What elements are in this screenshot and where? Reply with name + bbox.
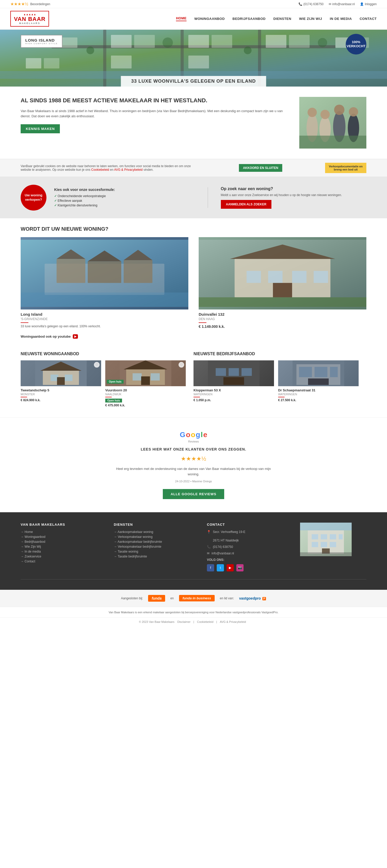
footer-link-in-de-media[interactable]: In de media bbox=[21, 550, 103, 553]
footer-link-woningaanbod[interactable]: Woningaanbod bbox=[21, 535, 103, 538]
nav-contact[interactable]: CONTACT bbox=[360, 17, 377, 21]
yellow-banner[interactable]: Verkoopdocumentatie en breng een bod uit bbox=[325, 163, 366, 173]
heart-icon-2[interactable]: ♡ bbox=[179, 362, 184, 368]
bedrijf-2-location: WATERINGEN bbox=[278, 393, 359, 396]
svg-rect-37 bbox=[57, 259, 85, 283]
footer-link-taxatie-woning[interactable]: Taxatie woning bbox=[114, 550, 197, 553]
formula-list: Onderscheidende verkoopstrategie Effecti… bbox=[54, 194, 200, 208]
footer-disclaimer: Van Baar Makelaars is een erkend makelaa… bbox=[0, 607, 387, 617]
footer-email[interactable]: ✉ info@vanbaar.nl bbox=[207, 552, 290, 556]
svg-rect-68 bbox=[228, 368, 239, 376]
svg-rect-81 bbox=[330, 534, 336, 539]
all-reviews-button[interactable]: ALLE GOOGLE REVIEWS bbox=[163, 489, 224, 499]
woning-card-2-image[interactable]: ♡ Open huis bbox=[105, 361, 186, 386]
svg-rect-11 bbox=[134, 35, 155, 48]
listing-image-2[interactable] bbox=[199, 237, 366, 309]
youtube-icon[interactable]: ▶ bbox=[73, 334, 78, 339]
footer-link-home[interactable]: Home bbox=[21, 530, 103, 534]
listing-2-divider bbox=[199, 322, 206, 323]
review-author: Maxime Onings bbox=[192, 480, 212, 483]
formula-item-3: Klantgerichte dienstverlening bbox=[54, 203, 200, 208]
google-logo: G o o g l e bbox=[21, 431, 366, 439]
bedrijf-card-2-image[interactable] bbox=[278, 361, 359, 386]
footer-link-wie-zijn-wij[interactable]: Wie Zijn Wij bbox=[21, 545, 103, 549]
nav-woningaanbod[interactable]: WONINGAANBOD bbox=[194, 17, 225, 21]
instagram-icon[interactable]: 📷 bbox=[236, 564, 244, 571]
login-item[interactable]: 👤 Inloggen bbox=[360, 2, 377, 6]
hero-section: LONG ISLAND HIGH COMFORT STYLE 100% VERK… bbox=[0, 30, 387, 87]
footer-link-contact[interactable]: Contact bbox=[21, 560, 103, 563]
vertical-divider bbox=[208, 187, 208, 208]
phone-item[interactable]: 📞 (0174) 638750 bbox=[298, 2, 323, 6]
twitter-icon[interactable]: t bbox=[217, 564, 224, 571]
email-address: info@vanbaar.nl bbox=[332, 2, 355, 6]
cookie-accept-button[interactable]: AKKOORD EN SLUITEN bbox=[239, 164, 283, 172]
funda-business-logo[interactable]: funda in business bbox=[179, 595, 215, 601]
footer-link-aankoopmakelaar-woning[interactable]: Aankoopmakelaar woning bbox=[114, 530, 197, 534]
g-red2: e bbox=[203, 431, 207, 439]
rating-label[interactable]: Beoordelingen bbox=[30, 2, 50, 6]
footer-link-bedrijfsaanbod[interactable]: Bedrijfsaanbod bbox=[21, 540, 103, 544]
footer-grid: VAN BAAR MAKELAARS Home Woningaanbod Bed… bbox=[21, 523, 366, 571]
listing-image-1[interactable] bbox=[21, 237, 188, 309]
bedrijf-aanbod-heading: NIEUWSTE BEDRIJFSAANBOD bbox=[194, 351, 359, 356]
svg-point-29 bbox=[320, 110, 330, 119]
heart-icon-1[interactable]: ♡ bbox=[94, 362, 100, 368]
bedrijf-card-1-image[interactable] bbox=[194, 361, 274, 386]
nav-home[interactable]: HOME bbox=[176, 16, 186, 21]
svg-rect-49 bbox=[292, 271, 307, 283]
office-photo bbox=[300, 523, 352, 556]
cookie-text: VanBaar gebruikt cookies om de website n… bbox=[21, 164, 201, 172]
cookiebeleid-link[interactable]: Cookiebeleid bbox=[91, 168, 109, 172]
svg-point-21 bbox=[163, 37, 173, 48]
nav-diensten[interactable]: DIENSTEN bbox=[273, 17, 291, 21]
bedrijf-2-title: Dr Schaepmanstraat 31 bbox=[278, 388, 359, 392]
about-heading: AL SINDS 1988 DE MEEST ACTIEVE MAKELAAR … bbox=[21, 97, 289, 104]
woning-card-1-image[interactable]: ♡ bbox=[21, 361, 101, 386]
svg-rect-88 bbox=[300, 552, 352, 556]
footer-link-aankoopmakelaar-bedrijfsruimte[interactable]: Aankoopmakelaar bedrijfsruimte bbox=[114, 540, 197, 544]
cookiebeleid-footer-link[interactable]: Cookiebeleid bbox=[197, 620, 214, 623]
svg-rect-51 bbox=[273, 283, 292, 297]
aanmelden-button[interactable]: AANMELDEN ALS ZOEKER bbox=[221, 200, 272, 209]
sell-formula: Kies ook voor onze succesformule: Onders… bbox=[54, 188, 200, 208]
footer-phone[interactable]: 📞 (0174) 638750 bbox=[207, 545, 290, 550]
bedrijf-aanbod-col: NIEUWSTE BEDRIJFSAANBOD bbox=[194, 351, 366, 407]
email-footer-icon: ✉ bbox=[207, 552, 210, 555]
svg-point-20 bbox=[86, 46, 94, 54]
footer-link-zoekservice[interactable]: Zoekservice bbox=[21, 555, 103, 558]
reviews-headline: LEES HIER WAT ONZE KLANTEN OVER ONS ZEGG… bbox=[21, 447, 366, 451]
avg-footer-link[interactable]: AVG & Privacybeleid bbox=[220, 620, 246, 623]
g-blue: G bbox=[180, 431, 185, 439]
main-nav: HOME WONINGAANBOD BEDRIJFSAANBOD DIENSTE… bbox=[176, 16, 377, 21]
logo[interactable]: ▲▲▲▲▲ VAN BAAR MAKELAARS bbox=[10, 11, 49, 27]
footer-link-verkoopmakelaar-bedrijfsruimte[interactable]: Verkoopmakelaar bedrijfsruimte bbox=[114, 545, 197, 549]
youtube-footer-icon[interactable]: ▶ bbox=[226, 564, 234, 571]
nav-bedrijfsaanbod[interactable]: BEDRIJFSAANBOD bbox=[233, 17, 266, 21]
funda-logo[interactable]: funda bbox=[148, 595, 165, 602]
email-item[interactable]: ✉ info@vanbaar.nl bbox=[329, 2, 355, 6]
kennis-maken-button[interactable]: KENNIS MAKEN bbox=[21, 124, 60, 133]
svg-point-31 bbox=[334, 104, 345, 115]
avg-link[interactable]: AVG & Privacybeleid bbox=[114, 168, 143, 172]
about-paragraph: Van Baar Makelaars is al sinds 1988 acti… bbox=[21, 108, 289, 119]
sell-circle[interactable]: Uw woning verkopen? bbox=[21, 185, 46, 211]
disclaimer-link[interactable]: Disclaimer bbox=[177, 620, 190, 623]
woning-property-cards: ♡ Tweetandschelp 5 MONSTER € 824.900 k.k… bbox=[21, 361, 186, 407]
footer-link-verkoopmakelaar-woning[interactable]: Verkoopmakelaar woning bbox=[114, 535, 197, 538]
facebook-icon[interactable]: f bbox=[207, 564, 214, 571]
nav-wie-zijn-wij[interactable]: WIE ZIJN WIJ bbox=[299, 17, 322, 21]
bedrijf-2-price: € 27.500 k.k. bbox=[278, 398, 359, 402]
footer-address: 📍 Secr. Verhoeffweg 19-E 2671 HT Naaldwi… bbox=[207, 530, 290, 544]
vastgoed-logo[interactable]: vastgoedpro P bbox=[239, 596, 266, 600]
svg-rect-48 bbox=[268, 271, 283, 283]
svg-rect-76 bbox=[308, 378, 329, 385]
nav-in-de-media[interactable]: IN DE MEDIA bbox=[330, 17, 352, 21]
phone-footer-icon: 📞 bbox=[207, 545, 211, 549]
footer-logos-bar: Aangesloten bij: funda en funda in busin… bbox=[0, 590, 387, 607]
island-logo-sub: HIGH COMFORT STYLE bbox=[25, 42, 58, 45]
about-image bbox=[299, 97, 366, 149]
listings-heading: WORDT DIT UW NIEUWE WONING? bbox=[21, 226, 366, 232]
svg-rect-16 bbox=[266, 35, 286, 48]
footer-link-taxatie-bedrijfsruimte[interactable]: Taxatie bedrijfsruimte bbox=[114, 555, 197, 558]
